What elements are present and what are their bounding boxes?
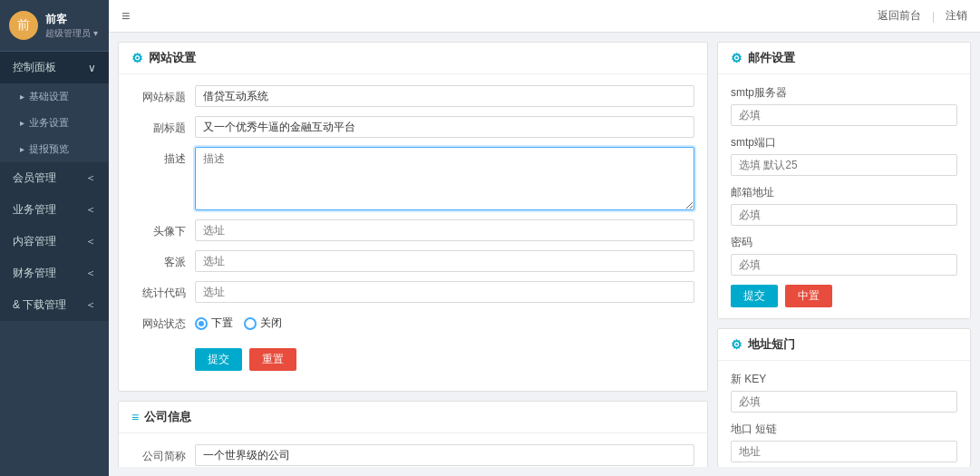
back-to-frontend-link[interactable]: 返回前台 xyxy=(878,8,921,24)
email-settings-header: ⚙ 邮件设置 xyxy=(718,43,970,74)
sidebar-item-dashboard[interactable]: 控制面板 ∨ xyxy=(0,52,109,83)
sidebar-group-finance: 财务管理 ＜ xyxy=(0,257,109,289)
email-reset-button[interactable]: 中置 xyxy=(785,285,832,307)
chevron-icon-member: ＜ xyxy=(85,170,96,186)
shortcut-settings-header: ⚙ 地址短门 xyxy=(718,329,970,361)
status-close[interactable]: 关闭 xyxy=(244,316,282,331)
website-settings-title: 网站设置 xyxy=(149,50,196,66)
content-label: 内容管理 xyxy=(13,234,56,249)
sidebar-item-content[interactable]: 内容管理 ＜ xyxy=(0,226,109,257)
sidebar-nav: 控制面板 ∨ 基础设置 业务设置 提报预览 会员管理 ＜ 业务管理 ＜ xyxy=(0,52,109,476)
sidebar-item-member[interactable]: 会员管理 ＜ xyxy=(0,162,109,194)
shortcut-icon: ⚙ xyxy=(731,337,742,352)
email-btn-group: 提交 中置 xyxy=(731,285,957,307)
website-buttons-row: 提交 重置 xyxy=(131,341,694,371)
company-name-row: 公司简称 xyxy=(131,444,694,466)
short-url-input[interactable] xyxy=(731,441,957,462)
member-label: 会员管理 xyxy=(13,170,56,186)
stats-code-input[interactable] xyxy=(195,281,694,303)
smtp-port-input[interactable] xyxy=(731,154,957,176)
chevron-icon-finance: ＜ xyxy=(85,266,96,281)
sidebar-group-dashboard: 控制面板 ∨ 基础设置 业务设置 提报预览 xyxy=(0,52,109,162)
site-title-input[interactable] xyxy=(195,85,694,107)
shortcut-settings-card: ⚙ 地址短门 新 KEY 地口 短链 提交 重置 xyxy=(717,328,971,467)
main-wrap: ≡ 返回前台 | 注销 ⚙ 网站设置 网站标题 xyxy=(109,0,980,476)
feedback-label: 提报预览 xyxy=(29,142,69,156)
smtp-server-input[interactable] xyxy=(731,104,957,126)
sidebar-item-biz[interactable]: 业务管理 ＜ xyxy=(0,194,109,226)
avatar: 前 xyxy=(9,11,38,40)
settings-icon: ⚙ xyxy=(131,51,143,65)
user-role: 超级管理员 ▾ xyxy=(45,27,98,40)
topbar-right: 返回前台 | 注销 xyxy=(878,8,967,24)
email-icon: ⚙ xyxy=(731,51,742,65)
website-btn-group: 提交 重置 xyxy=(195,348,296,371)
stats-code-label: 统计代码 xyxy=(131,281,195,301)
hamburger-icon[interactable]: ≡ xyxy=(121,8,130,24)
email-settings-title: 邮件设置 xyxy=(748,50,795,66)
topbar-left: ≡ xyxy=(121,8,130,24)
empty-label-website xyxy=(131,341,195,345)
user-name: 前客 xyxy=(45,12,98,27)
company-settings-body: 公司简称 公司地址 邮箱地址 客服热线 xyxy=(119,433,707,467)
logo-input[interactable] xyxy=(195,219,694,241)
status-close-label: 关闭 xyxy=(260,316,282,331)
short-url-row: 地口 短链 xyxy=(731,422,957,462)
stats-code-row: 统计代码 xyxy=(131,281,694,303)
company-name-input[interactable] xyxy=(195,444,694,466)
description-label: 描述 xyxy=(131,147,195,167)
email-password-row: 密码 xyxy=(731,235,957,276)
basic-label: 基础设置 xyxy=(29,90,69,103)
description-input[interactable] xyxy=(195,147,694,210)
chevron-icon-download: ＜ xyxy=(85,297,96,313)
email-settings-card: ⚙ 邮件设置 smtp服务器 smtp端口 邮箱地址 xyxy=(717,42,971,319)
api-key-input[interactable] xyxy=(731,391,957,413)
email-password-input[interactable] xyxy=(731,254,957,276)
sidebar-group-biz: 业务管理 ＜ xyxy=(0,194,109,226)
subtitle-label: 副标题 xyxy=(131,116,195,136)
sidebar-group-download: & 下载管理 ＜ xyxy=(0,289,109,321)
sidebar-item-feedback[interactable]: 提报预览 xyxy=(0,136,109,162)
from-email-input[interactable] xyxy=(731,204,957,226)
finance-label: 财务管理 xyxy=(13,266,56,281)
from-email-label: 邮箱地址 xyxy=(731,185,957,200)
status-row: 网站状态 下置 关闭 xyxy=(131,312,694,332)
email-password-label: 密码 xyxy=(731,235,957,250)
website-settings-body: 网站标题 副标题 描述 头像下 xyxy=(119,74,707,391)
chevron-icon: ∨ xyxy=(88,62,96,74)
smtp-port-row: smtp端口 xyxy=(731,135,957,176)
biz-label: 业务管理 xyxy=(13,202,56,218)
website-submit-button[interactable]: 提交 xyxy=(195,348,242,371)
subtitle-row: 副标题 xyxy=(131,116,694,138)
from-email-row: 邮箱地址 xyxy=(731,185,957,226)
favicon-input[interactable] xyxy=(195,250,694,272)
smtp-server-label: smtp服务器 xyxy=(731,85,957,101)
sidebar-group-member: 会员管理 ＜ xyxy=(0,162,109,194)
chevron-icon-biz: ＜ xyxy=(85,202,96,218)
radio-open-dot xyxy=(195,317,208,330)
site-title-label: 网站标题 xyxy=(131,85,195,105)
company-icon: ≡ xyxy=(131,410,139,424)
website-settings-card: ⚙ 网站设置 网站标题 副标题 描述 xyxy=(118,42,708,392)
sidebar-item-business[interactable]: 业务设置 xyxy=(0,110,109,136)
dashboard-label: 控制面板 xyxy=(13,60,56,75)
website-reset-button[interactable]: 重置 xyxy=(249,348,296,371)
company-settings-header: ≡ 公司信息 xyxy=(119,402,707,433)
favicon-row: 客派 xyxy=(131,250,694,272)
sidebar-item-download[interactable]: & 下载管理 ＜ xyxy=(0,289,109,321)
sidebar-item-basic[interactable]: 基础设置 xyxy=(0,83,109,110)
download-label: & 下载管理 xyxy=(13,297,66,313)
logout-link[interactable]: 注销 xyxy=(946,8,967,24)
company-settings-card: ≡ 公司信息 公司简称 公司地址 邮箱地址 xyxy=(118,401,708,467)
sidebar-item-finance[interactable]: 财务管理 ＜ xyxy=(0,257,109,289)
status-open-label: 下置 xyxy=(211,316,233,331)
status-open[interactable]: 下置 xyxy=(195,316,233,331)
subtitle-input[interactable] xyxy=(195,116,694,138)
topbar: ≡ 返回前台 | 注销 xyxy=(109,0,980,33)
main-panel: ⚙ 网站设置 网站标题 副标题 描述 xyxy=(118,42,708,467)
site-title-row: 网站标题 xyxy=(131,85,694,107)
chevron-icon-content: ＜ xyxy=(85,234,96,249)
sidebar-header: 前 前客 超级管理员 ▾ xyxy=(0,0,109,52)
short-url-label: 地口 短链 xyxy=(731,422,957,437)
email-submit-button[interactable]: 提交 xyxy=(731,285,778,307)
